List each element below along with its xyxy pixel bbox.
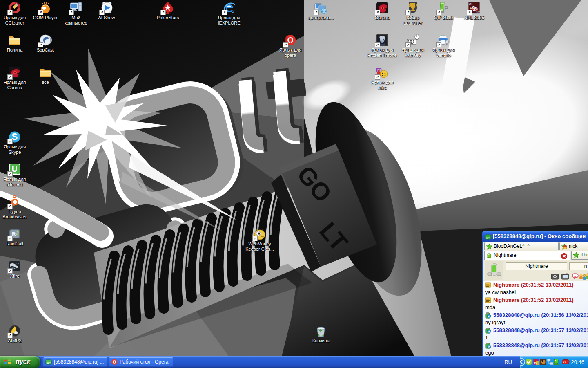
svg-text:2005: 2005 xyxy=(476,11,481,13)
svg-text:P: P xyxy=(444,4,448,11)
svg-text:m: m xyxy=(534,361,537,365)
svg-text:EA: EA xyxy=(469,3,472,5)
svg-text:A: A xyxy=(563,360,566,364)
svg-text:m: m xyxy=(574,274,577,278)
